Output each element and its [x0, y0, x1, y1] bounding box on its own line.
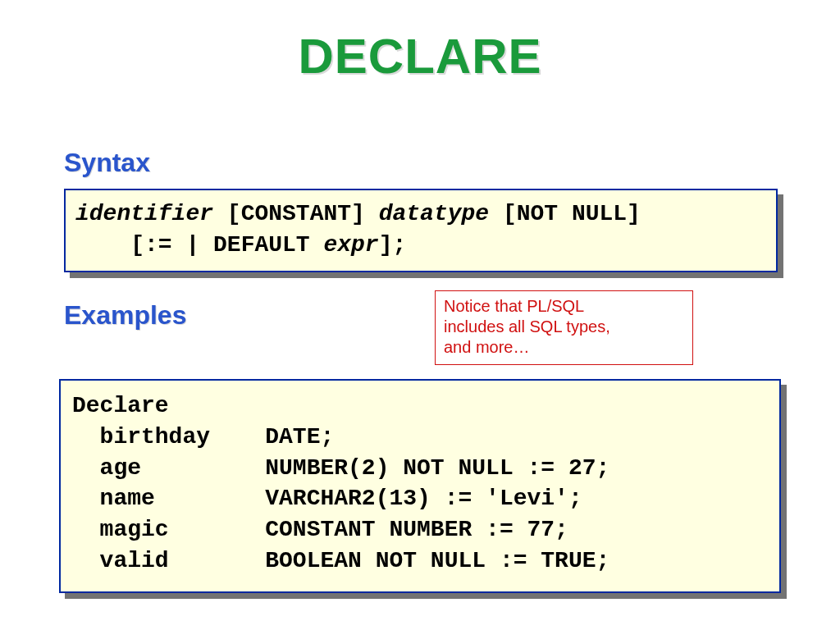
- ex-line-5: magic CONSTANT NUMBER := 77;: [72, 517, 568, 542]
- syntax-code: identifier [CONSTANT] datatype [NOT NULL…: [75, 199, 766, 261]
- syntax-token-notnull: [NOT NULL]: [489, 201, 641, 226]
- ex-line-3: age NUMBER(2) NOT NULL := 27;: [72, 455, 609, 481]
- note-line-1: Notice that PL/SQL: [444, 296, 684, 317]
- syntax-line2-a: [:= | DEFAULT: [75, 232, 323, 258]
- note-box: Notice that PL/SQL includes all SQL type…: [435, 290, 693, 365]
- slide-title: DECLARE: [0, 28, 840, 84]
- examples-heading: Examples: [64, 300, 186, 331]
- slide: DECLARE Syntax identifier [CONSTANT] dat…: [0, 28, 840, 630]
- syntax-token-constant: [CONSTANT]: [213, 201, 379, 226]
- examples-code: Declare birthday DATE; age NUMBER(2) NOT…: [72, 390, 768, 577]
- ex-line-2: birthday DATE;: [72, 424, 334, 450]
- ex-line-6: valid BOOLEAN NOT NULL := TRUE;: [72, 548, 609, 573]
- examples-code-box: Declare birthday DATE; age NUMBER(2) NOT…: [59, 379, 781, 593]
- syntax-token-identifier: identifier: [75, 201, 213, 226]
- syntax-line2-c: ];: [379, 232, 407, 258]
- ex-line-1: Declare: [72, 393, 169, 418]
- note-line-3: and more…: [444, 337, 684, 358]
- syntax-code-box: identifier [CONSTANT] datatype [NOT NULL…: [64, 189, 778, 272]
- note-line-2: includes all SQL types,: [444, 317, 684, 337]
- ex-line-4: name VARCHAR2(13) := 'Levi';: [72, 486, 582, 511]
- syntax-heading: Syntax: [64, 148, 150, 178]
- syntax-token-datatype: datatype: [379, 201, 489, 226]
- syntax-token-expr: expr: [323, 232, 378, 258]
